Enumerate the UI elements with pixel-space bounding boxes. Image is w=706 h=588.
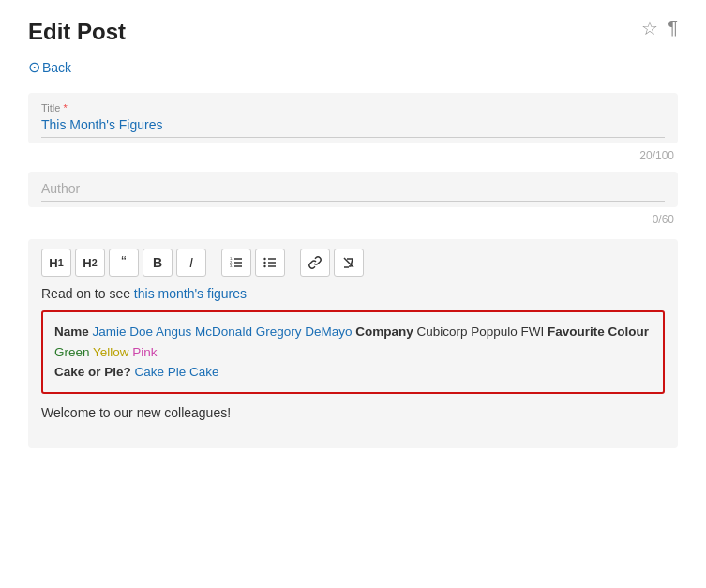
italic-button[interactable]: I	[176, 249, 206, 277]
data-block[interactable]: Name Jamie Doe Angus McDonald Gregory De…	[41, 310, 665, 394]
back-link[interactable]: ⊙ Back	[28, 58, 71, 76]
editor-section: H1 H2 “ B I 1. 2. 3.	[28, 239, 678, 448]
back-arrow-icon: ⊙	[28, 58, 40, 76]
name-label: Name	[54, 324, 89, 339]
intro-link[interactable]: this month's figures	[134, 286, 247, 301]
colour-values: Green Yellow Pink	[54, 345, 158, 359]
title-field-section: Title * This Month's Figures	[28, 93, 678, 143]
bold-button[interactable]: B	[143, 249, 173, 277]
unordered-list-button[interactable]	[255, 249, 285, 277]
page-title: Edit Post	[28, 19, 678, 45]
svg-text:3.: 3.	[230, 264, 233, 268]
author-counter: 0/60	[28, 213, 678, 226]
h2-button[interactable]: H2	[75, 249, 105, 277]
author-placeholder[interactable]: Author	[41, 181, 665, 202]
toolbar: H1 H2 “ B I 1. 2. 3.	[41, 249, 665, 277]
top-actions: ☆ ¶	[641, 17, 678, 39]
paragraph-icon[interactable]: ¶	[668, 17, 678, 39]
ordered-list-button[interactable]: 1. 2. 3.	[221, 249, 251, 277]
clear-format-button[interactable]	[334, 249, 364, 277]
required-indicator: *	[60, 102, 67, 113]
cake-label: Cake or Pie?	[54, 365, 131, 379]
title-label: Title *	[41, 102, 665, 113]
link-button[interactable]	[300, 249, 330, 277]
quote-button[interactable]: “	[109, 249, 139, 277]
star-icon[interactable]: ☆	[641, 17, 658, 39]
svg-point-11	[263, 265, 265, 267]
back-label: Back	[42, 60, 71, 75]
author-field-section: Author	[28, 172, 678, 207]
title-counter: 20/100	[28, 149, 678, 162]
svg-point-10	[263, 262, 265, 264]
title-value[interactable]: This Month's Figures	[41, 117, 665, 138]
h1-button[interactable]: H1	[41, 249, 71, 277]
editor-intro: Read on to see this month's figures	[41, 286, 665, 301]
svg-point-9	[263, 258, 265, 260]
editor-footer: Welcome to our new colleagues!	[41, 405, 665, 439]
